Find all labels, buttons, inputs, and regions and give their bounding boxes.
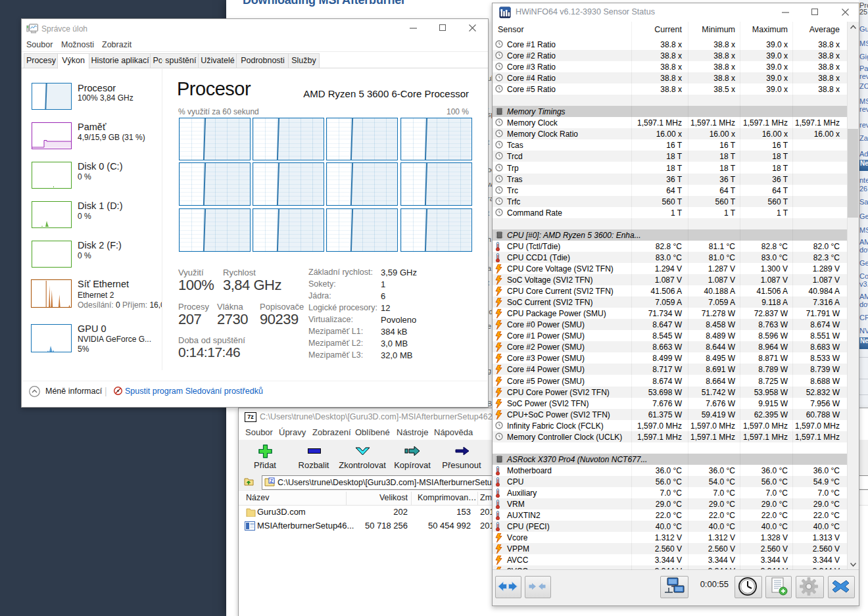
svg-text:Z: Z — [270, 479, 274, 483]
